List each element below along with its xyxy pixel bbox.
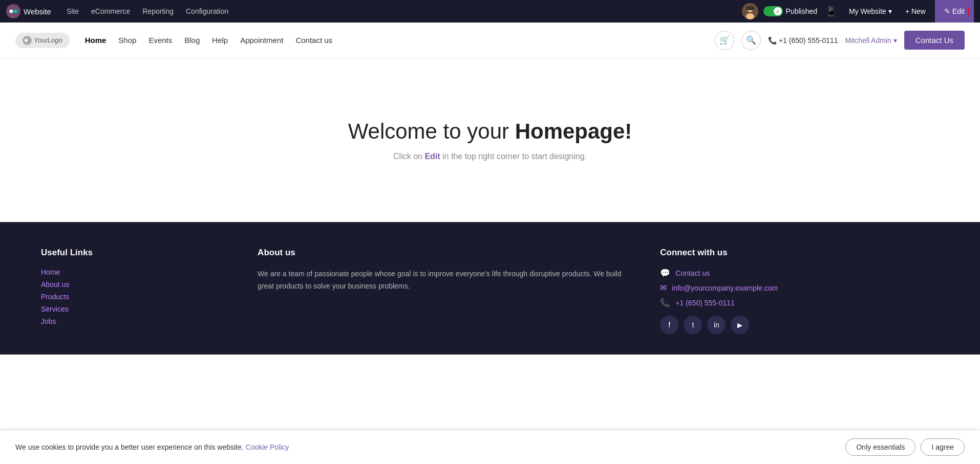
- cart-icon[interactable]: 🛒: [715, 31, 734, 50]
- logo[interactable]: YourLogo: [15, 33, 70, 48]
- subtitle-edit-link: Edit: [424, 152, 440, 161]
- admin-nav-configuration[interactable]: Configuration: [180, 0, 235, 23]
- avatar-image: [742, 3, 758, 19]
- youtube-icon[interactable]: ▶: [731, 316, 749, 334]
- about-text: We are a team of passionate people whose…: [258, 268, 629, 293]
- social-icons: f t in ▶: [660, 316, 939, 334]
- avatar[interactable]: [742, 3, 758, 19]
- admin-logo: Website: [6, 4, 51, 18]
- dropdown-arrow-icon: ▾: [893, 36, 897, 45]
- site-nav: Home Shop Events Blog Help Appointment C…: [85, 36, 715, 45]
- footer-link-jobs[interactable]: Jobs: [41, 317, 227, 325]
- new-button[interactable]: + New: [901, 7, 930, 15]
- nav-right: 🛒 🔍 📞 +1 (650) 555-0111 Mitchell Admin ▾…: [715, 31, 965, 50]
- connect-contact[interactable]: 💬 Contact us: [660, 268, 939, 278]
- user-dropdown[interactable]: Mitchell Admin ▾: [845, 36, 897, 45]
- footer-link-home[interactable]: Home: [41, 268, 227, 276]
- svg-point-0: [6, 4, 20, 18]
- logo-wrap: YourLogo: [15, 33, 70, 48]
- phone-number: +1 (650) 555-0111: [779, 36, 838, 45]
- connect-heading: Connect with us: [660, 248, 939, 258]
- phone-icon: 📞: [768, 36, 777, 45]
- search-icon[interactable]: 🔍: [741, 31, 761, 50]
- nav-appointment[interactable]: Appointment: [240, 36, 283, 45]
- mobile-preview-icon[interactable]: 📱: [822, 6, 840, 17]
- footer-link-about-us[interactable]: About us: [41, 280, 227, 289]
- twitter-icon[interactable]: t: [684, 316, 702, 334]
- hero-title-normal: Welcome to your: [348, 119, 515, 143]
- email-icon: ✉: [660, 283, 667, 293]
- nav-blog[interactable]: Blog: [184, 36, 200, 45]
- hero-title-bold: Homepage!: [515, 119, 632, 143]
- nav-home[interactable]: Home: [85, 36, 106, 45]
- logo-icon: [23, 36, 32, 45]
- admin-nav-site[interactable]: Site: [60, 0, 85, 23]
- username-label: Mitchell Admin: [845, 36, 891, 45]
- app-name: Website: [24, 7, 51, 16]
- odoo-icon: [6, 4, 20, 18]
- subtitle-after: in the top right corner to start designi…: [440, 152, 587, 161]
- published-label: Published: [786, 7, 818, 15]
- admin-nav-ecommerce[interactable]: eCommerce: [85, 0, 136, 23]
- useful-links-heading: Useful Links: [41, 248, 227, 258]
- nav-contact-us[interactable]: Contact us: [295, 36, 332, 45]
- svg-point-1: [9, 10, 13, 13]
- svg-point-2: [14, 10, 17, 13]
- footer: Useful Links Home About us Products Serv…: [0, 222, 980, 355]
- nav-shop[interactable]: Shop: [118, 36, 136, 45]
- footer-useful-links: Useful Links Home About us Products Serv…: [41, 248, 227, 334]
- connect-phone-label: +1 (650) 555-0111: [675, 299, 735, 307]
- published-toggle[interactable]: ✓ Published: [763, 6, 818, 16]
- edit-button[interactable]: ✎ Edit: [935, 0, 974, 23]
- footer-about: About us We are a team of passionate peo…: [258, 248, 629, 334]
- phone-info: 📞 +1 (650) 555-0111: [768, 36, 838, 45]
- footer-connect: Connect with us 💬 Contact us ✉ info@your…: [660, 248, 939, 334]
- logo-text: YourLogo: [34, 36, 62, 44]
- chat-icon: 💬: [660, 268, 670, 278]
- admin-bar: Website Site eCommerce Reporting Configu…: [0, 0, 980, 23]
- hero-subtitle: Click on Edit in the top right corner to…: [393, 152, 587, 161]
- connect-email-label: info@yourcompany.example.com: [672, 284, 778, 292]
- toggle-switch: ✓: [763, 6, 783, 16]
- admin-bar-right: ✓ Published 📱 My Website ▾ + New ✎ Edit …: [742, 0, 974, 23]
- about-heading: About us: [258, 248, 629, 258]
- connect-phone[interactable]: 📞 +1 (650) 555-0111: [660, 298, 939, 307]
- website-navbar: YourLogo Home Shop Events Blog Help Appo…: [0, 23, 980, 58]
- connect-email[interactable]: ✉ info@yourcompany.example.com: [660, 283, 939, 293]
- facebook-icon[interactable]: f: [660, 316, 678, 334]
- my-website-button[interactable]: My Website ▾: [845, 7, 896, 15]
- nav-help[interactable]: Help: [212, 36, 228, 45]
- nav-events[interactable]: Events: [148, 36, 172, 45]
- hero-section: Welcome to your Homepage! Click on Edit …: [0, 58, 980, 222]
- svg-point-5: [746, 13, 754, 19]
- contact-us-button[interactable]: Contact Us: [904, 31, 965, 50]
- svg-point-9: [25, 39, 28, 42]
- linkedin-icon[interactable]: in: [707, 316, 726, 334]
- subtitle-before: Click on: [393, 152, 424, 161]
- hero-title: Welcome to your Homepage!: [348, 119, 632, 144]
- phone-icon-footer: 📞: [660, 298, 670, 307]
- footer-link-services[interactable]: Services: [41, 305, 227, 313]
- svg-rect-7: [747, 6, 749, 8]
- footer-link-products[interactable]: Products: [41, 293, 227, 301]
- admin-nav-reporting[interactable]: Reporting: [136, 0, 180, 23]
- connect-contact-label: Contact us: [675, 269, 710, 277]
